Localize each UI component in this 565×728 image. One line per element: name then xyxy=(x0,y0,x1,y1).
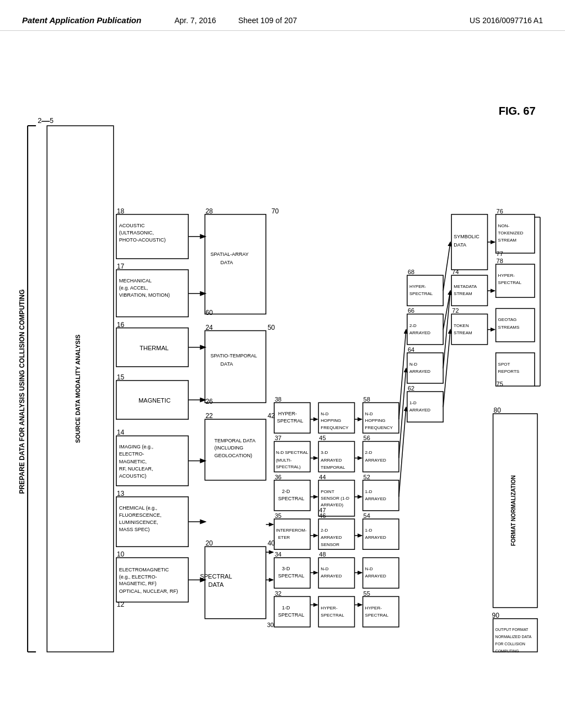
acoustic-detail2: PHOTO-ACOUSTIC) xyxy=(119,237,166,243)
chemical-detail: FLUORESCENCE, xyxy=(119,512,162,518)
electromagnetic-label: ELECTROMAGNETIC xyxy=(119,567,169,572)
interferometer-label2: ETER xyxy=(278,535,290,540)
chemical-detail2: LUMINISCENCE, xyxy=(119,520,158,525)
token-stream-label: TOKEN xyxy=(454,323,469,328)
ref-35: 35 xyxy=(275,512,281,519)
point-sensor-label: POINT xyxy=(321,489,334,494)
1d-spectral-label2: SPECTRAL xyxy=(278,612,305,618)
svg-rect-22 xyxy=(205,331,265,403)
ref-62: 62 xyxy=(408,385,414,392)
svg-rect-40 xyxy=(363,558,399,588)
ref-2: 2 xyxy=(38,116,41,125)
format-norm-label: FORMAT NORMALIZATION xyxy=(510,475,516,546)
nd-spectral-label: N-D SPECTRAL xyxy=(276,450,308,455)
hyper-spectral-48b: HYPER- xyxy=(321,606,338,611)
spatio-temporal-label: SPATIO-TEMPORAL xyxy=(210,353,257,358)
nd-arrayed-48-label2: ARRAYED xyxy=(321,574,342,579)
nd-hopping-freq-t-label2: HOPPING xyxy=(321,418,341,423)
ref-90: 90 xyxy=(492,612,500,619)
outer-label: PREPARE DATA FOR ANALYSIS USING COLLISIO… xyxy=(18,290,26,494)
nd-hopping-58: N-D xyxy=(365,411,373,416)
ref-78: 78 xyxy=(497,258,503,264)
hyper-spectral-b-label2: SPECTRAL xyxy=(277,418,303,424)
ref-80: 80 xyxy=(494,406,502,414)
1d-arrayed-52: 1-D xyxy=(365,489,372,494)
imaging-detail3: RF, NUCLEAR, xyxy=(119,466,153,472)
ref-22: 22 xyxy=(205,412,213,420)
ref-17: 17 xyxy=(117,263,125,270)
metadata-stream-label2: STREAM xyxy=(454,291,472,296)
hyper-spectral-68: HYPER- xyxy=(409,284,427,289)
hyper-spectral-68b: SPECTRAL xyxy=(409,291,433,296)
ref-55: 55 xyxy=(364,590,370,597)
ref-14: 14 xyxy=(117,429,125,436)
svg-rect-45 xyxy=(407,275,443,306)
2d-arrayed-56: 2-D xyxy=(365,450,372,455)
mechanical-label: MECHANICAL xyxy=(119,278,152,283)
diagram-svg: FIG. 67 PREPARE DATA FOR ANALYSIS USING … xyxy=(17,66,548,711)
ref-18: 18 xyxy=(117,207,125,215)
ref-38: 38 xyxy=(275,396,281,403)
ref-50: 50 xyxy=(268,324,275,331)
ref-52: 52 xyxy=(364,474,370,480)
ref-77: 77 xyxy=(497,250,503,257)
svg-rect-23 xyxy=(205,215,265,314)
svg-rect-6 xyxy=(116,558,189,602)
nd-arrayed-55: N-D xyxy=(365,566,373,571)
2d-spectral-label2: SPECTRAL xyxy=(278,496,305,501)
ref-48: 48 xyxy=(319,551,326,558)
nd-arrayed-55b: ARRAYED xyxy=(365,574,386,579)
ref-70: 70 xyxy=(271,207,279,215)
symbolic-data-label2: DATA xyxy=(454,242,466,248)
hyper-spectral-b-label: HYPER- xyxy=(278,411,297,416)
3d-arrayed-temporal-label2: ARRAYED xyxy=(321,458,342,463)
temporal-data-detail2: GEOLOCATION) xyxy=(214,453,252,458)
ref-13: 13 xyxy=(117,490,125,497)
mechanical-detail2: VIBRATION, MOTION) xyxy=(119,292,170,298)
non-tokenized-label: NON- xyxy=(498,223,510,228)
1d-arrayed-52b: ARRAYED xyxy=(365,496,386,501)
3d-arrayed-temporal-label: 3-D xyxy=(321,450,328,455)
sheet-info: Sheet 109 of 207 xyxy=(238,16,297,25)
1d-arrayed-54: 1-D xyxy=(365,528,372,533)
svg-line-76 xyxy=(443,242,450,291)
2d-arrayed-66: 2-D xyxy=(409,323,417,328)
2d-arrayed-66b: ARRAYED xyxy=(409,330,430,335)
imaging-detail: ELECTRO- xyxy=(119,452,145,457)
diagram-area: FIG. 67 PREPARE DATA FOR ANALYSIS USING … xyxy=(17,66,548,711)
2d-arrayed-56b: ARRAYED xyxy=(365,458,386,463)
ref-72: 72 xyxy=(452,307,459,314)
ref-56: 56 xyxy=(364,435,370,441)
nd-spectral-label3: SPECTRAL) xyxy=(276,464,301,469)
nd-arrayed-48-label: N-D xyxy=(321,566,328,571)
metadata-stream-label: METADATA xyxy=(454,284,477,289)
ref-44: 44 xyxy=(319,474,326,480)
svg-line-70 xyxy=(399,407,406,497)
ref-20: 20 xyxy=(205,539,213,547)
ref-45: 45 xyxy=(319,435,326,441)
3d-spectral-label2: SPECTRAL xyxy=(278,573,305,579)
spatio-temporal-label2: DATA xyxy=(221,361,233,367)
output-label: OUTPUT FORMAT xyxy=(495,628,529,631)
thermal-label: THERMAL xyxy=(140,345,169,351)
token-stream-label2: STREAM xyxy=(454,330,472,335)
1d-arrayed-62b: ARRAYED xyxy=(409,408,430,413)
svg-rect-43 xyxy=(407,353,443,383)
header: Patent Application Publication Apr. 7, 2… xyxy=(0,0,565,31)
ref-10: 10 xyxy=(117,550,125,558)
imaging-label: IMAGING (e.g., xyxy=(119,444,153,449)
2d-spectral-label: 2-D xyxy=(282,489,290,494)
nd-arrayed-64b: ARRAYED xyxy=(409,369,430,374)
nd-hopping-58b: HOPPING xyxy=(365,418,386,423)
interferometer-label: INTERFEROM- xyxy=(276,528,307,533)
spot-reports-label2: REPORTS xyxy=(498,369,520,374)
nd-hopping-freq-t-label: N-D xyxy=(321,411,328,416)
2d-arrayed-sensor-label: 2-D xyxy=(321,528,328,533)
imaging-detail2: MAGNETIC, xyxy=(119,459,147,464)
ref-5: 5 xyxy=(50,117,54,125)
ref-36: 36 xyxy=(275,474,281,480)
svg-line-72 xyxy=(399,330,406,420)
ref-58: 58 xyxy=(364,396,370,403)
hyper-spectral-78b: SPECTRAL xyxy=(498,280,522,285)
svg-line-71 xyxy=(399,368,406,458)
